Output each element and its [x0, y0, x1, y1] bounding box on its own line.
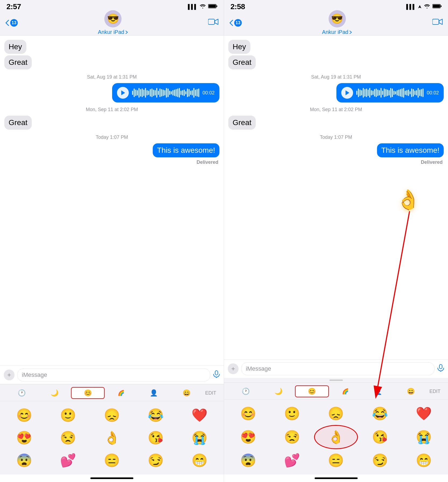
edit-label-right[interactable]: EDIT [427, 388, 443, 395]
emoji-cell[interactable]: 😏 [134, 449, 178, 472]
message-input-right[interactable]: iMessage [241, 362, 435, 375]
home-bar-right [315, 477, 358, 479]
emoji-picker-left: 🕐 🌙 😊 🌈 👤 😄 EDIT 😊 🙂 😞 😂 ❤️ 😍 😒 👌 😘 😭 😨 … [0, 384, 224, 474]
emoji-cell[interactable]: 👌 [90, 427, 134, 449]
bubble-great2-right: Great [228, 116, 256, 130]
status-time-right: 2:58 [230, 2, 245, 11]
nav-center-right[interactable]: 😎 Ankur iPad [322, 10, 352, 35]
timestamp2-left: Mon, Sep 11 at 2:02 PM [4, 107, 219, 112]
emoji-cell[interactable]: 😒 [270, 425, 314, 449]
audio-bubble-right: 00:02 [336, 83, 444, 102]
recents-tab-left[interactable]: 🕐 [5, 388, 38, 398]
avatar-right: 😎 [329, 10, 346, 27]
battery-icon-right [432, 4, 442, 10]
mic-icon-right[interactable] [437, 364, 444, 374]
emoji-cell[interactable]: 😭 [402, 425, 446, 449]
emoji-cell[interactable]: 🙂 [270, 402, 314, 425]
svg-rect-4 [215, 371, 218, 375]
emoji-face-tab-right[interactable]: 😊 [295, 385, 329, 397]
emoji-cell[interactable]: 💕 [270, 449, 314, 472]
people-tab-left[interactable]: 👤 [137, 388, 170, 398]
recents-tab-right[interactable]: 🕐 [229, 386, 262, 397]
svg-rect-9 [441, 5, 442, 7]
nav-bar-left: 13 😎 Ankur iPad [0, 12, 224, 36]
emoji-cell[interactable]: 😘 [358, 425, 402, 449]
timestamp3-left: Today 1:07 PM [4, 134, 219, 140]
home-bar-left [90, 477, 133, 479]
svg-rect-11 [439, 364, 442, 369]
play-button-left[interactable] [117, 87, 129, 99]
emoji-cell[interactable]: 😍 [226, 425, 270, 449]
back-badge-left: 13 [10, 19, 18, 27]
bubble-great2-left: Great [4, 116, 32, 130]
people-tab-right[interactable]: 👤 [362, 386, 394, 397]
svg-rect-10 [432, 19, 439, 24]
nav-bar-right: 13 😎 Ankur iPad [224, 12, 448, 36]
home-indicator-left [0, 474, 224, 482]
emoji-cell[interactable]: 💕 [46, 449, 90, 472]
edit-label-left[interactable]: EDIT [203, 389, 218, 397]
emoji-cell[interactable]: 😂 [134, 404, 178, 427]
emoji-cell[interactable]: 😊 [226, 402, 270, 425]
add-button-right[interactable]: + [228, 363, 239, 374]
input-bar-right: + iMessage [224, 359, 448, 378]
delivered-label-left: Delivered [4, 160, 218, 165]
emoji-cell[interactable]: 😑 [314, 449, 358, 472]
extra-tab-left[interactable]: 😄 [170, 388, 203, 398]
status-icons-left: ▌▌▌ [188, 4, 217, 10]
emoji-cell[interactable]: 😍 [2, 427, 46, 449]
mic-icon-left[interactable] [213, 370, 220, 380]
emoji-cell[interactable]: 😞 [314, 402, 358, 425]
extra-tab-right[interactable]: 😄 [394, 386, 427, 397]
status-time-left: 2:57 [6, 2, 21, 11]
emoji-okhand-cell-right[interactable]: 👌 [314, 425, 358, 449]
timestamp1-right: Sat, Aug 19 at 1:31 PM [228, 74, 444, 80]
play-triangle-right [346, 90, 349, 95]
emoji-cell[interactable]: 😁 [178, 449, 222, 472]
play-triangle-left [121, 90, 125, 95]
bubble-hey-right: Hey [228, 40, 250, 54]
svg-rect-1 [209, 5, 216, 8]
emoji-cell[interactable]: 😒 [46, 427, 90, 449]
signal-icon-right: ▌▌▌ [406, 4, 416, 10]
nav-center-left[interactable]: 😎 Ankur iPad [98, 10, 128, 35]
timestamp3-right: Today 1:07 PM [228, 134, 444, 140]
right-panel: 2:58 ▌▌▌ 13 😎 Ankur iPad [224, 0, 448, 482]
avatar-left: 😎 [104, 10, 122, 27]
emoji-cell[interactable]: 😁 [402, 449, 446, 472]
message-input-left[interactable]: iMessage [17, 368, 210, 381]
play-button-right[interactable] [341, 87, 353, 99]
bubble-awesome-left: This is awesome! [153, 143, 219, 157]
activity-tab-right[interactable]: 🌈 [329, 387, 362, 396]
emoji-cell[interactable]: 😞 [90, 404, 134, 427]
add-button-left[interactable]: + [4, 370, 15, 380]
svg-rect-2 [216, 5, 217, 7]
back-button-right[interactable]: 13 [229, 19, 242, 27]
timestamp1-left: Sat, Aug 19 at 1:31 PM [4, 74, 219, 80]
emoji-face-tab-left[interactable]: 😊 [71, 387, 105, 399]
gps-icon-right [418, 5, 422, 9]
back-button-left[interactable]: 13 [5, 19, 18, 27]
emoji-cell[interactable]: 😊 [2, 404, 46, 427]
emoji-cell[interactable]: ❤️ [402, 402, 446, 425]
video-button-left[interactable] [208, 18, 218, 27]
video-button-right[interactable] [432, 18, 443, 27]
wifi-icon-left [200, 4, 206, 10]
signal-icon-left: ▌▌▌ [188, 4, 197, 10]
emoji-cell[interactable]: 😘 [134, 427, 178, 449]
emoji-cell[interactable]: 😨 [226, 449, 270, 472]
smileys-tab-left[interactable]: 🌙 [38, 388, 71, 398]
smileys-tab-right[interactable]: 🌙 [262, 386, 295, 397]
emoji-cell[interactable]: 😨 [2, 449, 46, 472]
emoji-cell[interactable]: 😭 [178, 427, 222, 449]
emoji-cell[interactable]: ❤️ [178, 404, 222, 427]
emoji-tabs-right: 🕐 🌙 😊 🌈 👤 😄 EDIT [224, 383, 448, 400]
audio-bubble-left: 00:02 [112, 83, 219, 102]
emoji-grid-right: 😊 🙂 😞 😂 ❤️ 😍 😒 👌 😘 😭 😨 💕 😑 😏 😁 [224, 400, 448, 474]
emoji-cell[interactable]: 😂 [358, 402, 402, 425]
activity-tab-left[interactable]: 🌈 [105, 388, 137, 398]
emoji-cell[interactable]: 😏 [358, 449, 402, 472]
emoji-cell[interactable]: 😑 [90, 449, 134, 472]
messages-area-left: Hey Great Sat, Aug 19 at 1:31 PM [0, 36, 224, 366]
emoji-cell[interactable]: 🙂 [46, 404, 90, 427]
